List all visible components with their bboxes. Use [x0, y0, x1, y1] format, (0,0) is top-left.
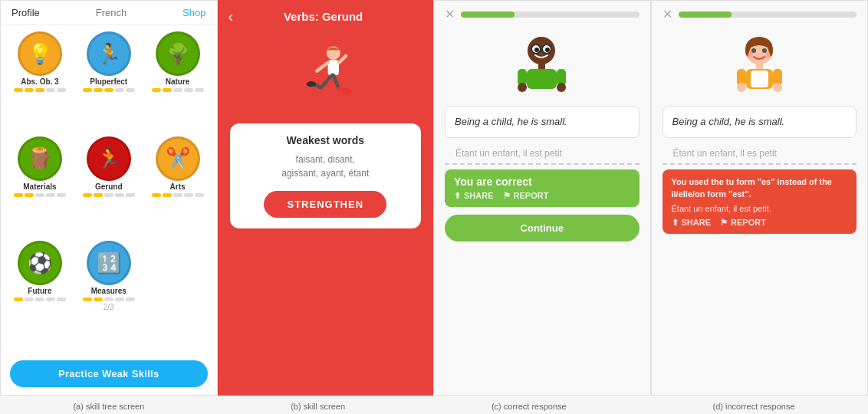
skill-item-measures[interactable]: 🔢 Measures 2/3 — [77, 241, 140, 350]
close-button-correct[interactable]: ✕ — [445, 7, 455, 21]
report-button-incorrect[interactable]: ⚑ REPORT — [720, 218, 766, 228]
close-button-incorrect[interactable]: ✕ — [663, 7, 672, 21]
measures-badge: 2/3 — [104, 303, 114, 311]
footer-label-b: (b) skill screen — [291, 402, 345, 411]
svg-point-14 — [545, 48, 550, 52]
skill-grid: 💡 Abs. Ob. 3 🏃 Pluperfect 🌳 Nature — [1, 25, 217, 356]
svg-point-9 — [343, 89, 353, 94]
answer-display-correct: Étant un enfant, il est petit — [445, 143, 639, 165]
progress-bar-fill-incorrect — [679, 12, 732, 18]
strengthen-button[interactable]: STRENGTHEN — [264, 191, 386, 218]
incorrect-actions: ⬆ SHARE ⚑ REPORT — [672, 218, 848, 228]
runner-illustration — [218, 33, 434, 117]
incorrect-title: You used the tu form "es" instead of the… — [672, 176, 848, 201]
weakest-words-title: Weakest words — [241, 134, 411, 146]
skill-item-nature[interactable]: 🌳 Nature — [146, 31, 209, 130]
sentence-box-correct: Being a child, he is small. — [445, 106, 639, 138]
sentence-text-correct: Being a child, he is small. — [455, 116, 567, 127]
skill-screen-panel: ‹ Verbs: Gerund — [218, 0, 434, 396]
skill-label-gerund: Gerund — [95, 182, 123, 191]
svg-point-35 — [773, 83, 782, 92]
language-label: French — [96, 7, 127, 18]
progress-bar-correct — [461, 12, 639, 18]
skill-label-abs-ob: Abs. Ob. 3 — [21, 77, 58, 86]
progress-bar-incorrect — [679, 12, 857, 18]
avatar-incorrect — [652, 28, 868, 102]
skill-progress-pluperfect — [83, 88, 135, 92]
skill-item-abs-ob[interactable]: 💡 Abs. Ob. 3 — [8, 31, 71, 130]
correct-actions: ⬆ SHARE ⚑ REPORT — [454, 191, 630, 201]
skill-circle-measures: 🔢 — [87, 241, 131, 285]
shop-link[interactable]: Shop — [182, 7, 205, 18]
skill-progress-arts — [152, 193, 204, 197]
share-label-correct: SHARE — [464, 191, 494, 200]
skill-item-materials[interactable]: 🪵 Materials — [8, 136, 71, 235]
answer-display-incorrect: Étant un enfant, il es petit — [663, 143, 857, 165]
back-button[interactable]: ‹ — [229, 8, 234, 25]
svg-rect-29 — [756, 63, 763, 69]
report-label-correct: REPORT — [514, 191, 549, 200]
skill-label-pluperfect: Pluperfect — [90, 77, 127, 86]
weakest-words-list: faisant, disant, agissant, ayant, étant — [241, 153, 411, 180]
skill-item-arts[interactable]: ✂️ Arts — [146, 136, 209, 235]
share-icon-incorrect: ⬆ — [672, 218, 679, 228]
skill-circle-future: ⚽ — [18, 241, 62, 285]
skill-progress-gerund — [83, 193, 135, 197]
svg-line-2 — [317, 63, 327, 71]
skill-item-future[interactable]: ⚽ Future — [8, 241, 71, 350]
svg-point-34 — [737, 83, 746, 92]
footer-labels: (a) skill tree screen (b) skill screen (… — [0, 396, 868, 414]
svg-point-27 — [747, 51, 753, 58]
svg-line-6 — [334, 75, 339, 89]
share-button-incorrect[interactable]: ⬆ SHARE — [672, 218, 712, 228]
sentence-text-incorrect: Being a child, he is small. — [672, 116, 785, 127]
svg-rect-18 — [538, 63, 545, 69]
sentence-box-incorrect: Being a child, he is small. — [663, 106, 857, 138]
svg-point-26 — [762, 48, 767, 53]
svg-point-22 — [518, 83, 527, 92]
share-label-incorrect: SHARE — [682, 218, 712, 227]
incorrect-top-bar: ✕ — [652, 1, 868, 28]
character-incorrect-svg — [731, 34, 788, 99]
progress-bar-fill-correct — [461, 12, 515, 18]
skill-label-materials: Materials — [23, 182, 56, 191]
skill-circle-abs-ob: 💡 — [18, 31, 62, 76]
skill-item-pluperfect[interactable]: 🏃 Pluperfect — [77, 31, 140, 130]
incorrect-response-panel: ✕ — [651, 0, 869, 396]
skill-progress-abs-ob — [14, 88, 66, 92]
correct-title: You are correct — [454, 176, 630, 188]
correct-answer-display: Étant un enfant, il est petit. — [672, 204, 848, 213]
skill-label-measures: Measures — [91, 287, 127, 295]
svg-line-4 — [321, 75, 332, 87]
report-icon: ⚑ — [503, 191, 511, 201]
profile-link[interactable]: Profile — [12, 7, 40, 18]
svg-point-8 — [307, 81, 317, 87]
report-button-correct[interactable]: ⚑ REPORT — [503, 191, 549, 201]
incorrect-banner: You used the tu form "es" instead of the… — [663, 169, 857, 234]
practice-weak-skills-button[interactable]: Practice Weak Skills — [10, 360, 208, 387]
svg-line-3 — [339, 56, 346, 63]
svg-point-13 — [534, 48, 539, 52]
skill-circle-nature: 🌳 — [156, 31, 200, 76]
skill-progress-materials — [14, 193, 66, 197]
skill-progress-nature — [152, 88, 204, 92]
skill-circle-pluperfect: 🏃 — [87, 31, 131, 76]
svg-point-25 — [751, 48, 756, 53]
skill-tree-panel: Profile French Shop 💡 Abs. Ob. 3 🏃 Plupe… — [0, 0, 218, 396]
skill-tree-header: Profile French Shop — [1, 1, 217, 25]
share-button-correct[interactable]: ⬆ SHARE — [454, 191, 494, 201]
skill-circle-materials: 🪵 — [18, 136, 62, 181]
skill-label-arts: Arts — [170, 182, 186, 191]
correct-response-panel: ✕ — [433, 0, 651, 396]
continue-button[interactable]: Continue — [445, 215, 639, 242]
footer-label-c: (c) correct response — [492, 402, 567, 411]
skill-progress-measures — [83, 297, 135, 301]
skill-label-future: Future — [28, 287, 51, 295]
skill-progress-future — [14, 297, 66, 301]
skill-item-gerund[interactable]: 🏃 Gerund — [77, 136, 140, 235]
skill-label-nature: Nature — [166, 77, 190, 86]
svg-rect-19 — [527, 69, 557, 89]
skill-circle-arts: ✂️ — [156, 136, 200, 181]
svg-rect-31 — [751, 71, 768, 87]
footer-label-d: (d) incorrect response — [713, 402, 795, 411]
